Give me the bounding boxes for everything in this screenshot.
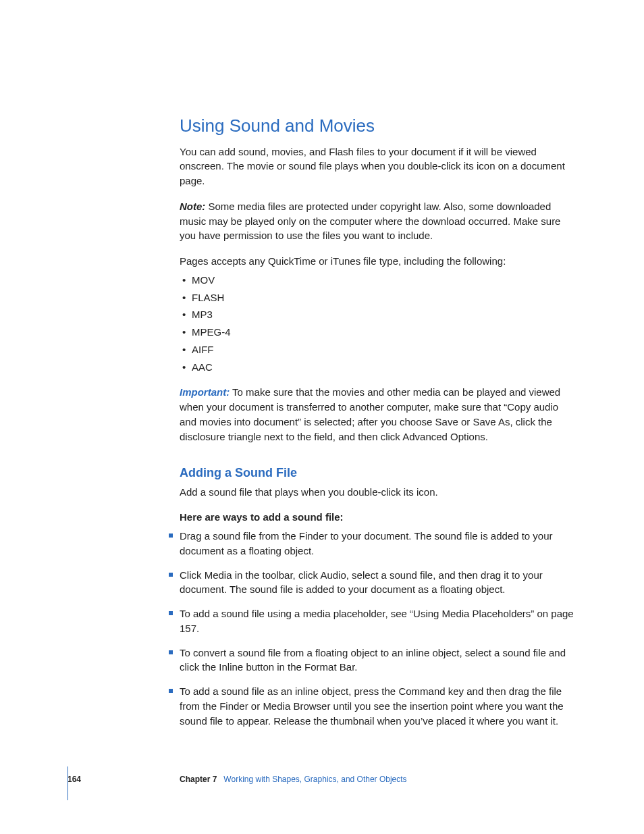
intro-paragraph: You can add sound, movies, and Flash fil…: [180, 145, 576, 188]
list-item: To add a sound file as an inline object,…: [169, 684, 576, 728]
subsection-heading: Adding a Sound File: [119, 464, 576, 481]
chapter-name: Working with Shapes, Graphics, and Other…: [223, 774, 406, 785]
document-page: Using Sound and Movies You can add sound…: [0, 0, 644, 834]
note-paragraph: Note: Some media files are protected und…: [180, 199, 576, 243]
list-item: MOV: [180, 273, 576, 288]
list-item: FLASH: [180, 290, 576, 305]
note-label: Note:: [180, 201, 205, 212]
important-body: To make sure that the movies and other m…: [180, 386, 560, 442]
section-body: You can add sound, movies, and Flash fil…: [119, 145, 576, 444]
list-item: To convert a sound file from a floating …: [169, 646, 576, 675]
section-heading: Using Sound and Movies: [119, 113, 576, 139]
subsection-intro: Add a sound file that plays when you dou…: [180, 485, 576, 500]
list-item: Drag a sound file from the Finder to you…: [169, 529, 576, 558]
page-number: 164: [68, 774, 180, 785]
file-types-list: MOV FLASH MP3 MPEG-4 AIFF AAC: [180, 273, 576, 375]
footer-rule: [68, 766, 68, 800]
list-item: AAC: [180, 360, 576, 375]
ways-list: Drag a sound file from the Finder to you…: [169, 529, 576, 728]
chapter-label: Chapter 7: [180, 774, 217, 785]
list-item: To add a sound file using a media placeh…: [169, 606, 576, 636]
list-item: MPEG-4: [180, 325, 576, 340]
note-body: Some media files are protected under cop…: [180, 201, 560, 242]
accepts-line: Pages accepts any QuickTime or iTunes fi…: [180, 254, 576, 269]
important-paragraph: Important: To make sure that the movies …: [180, 385, 576, 444]
list-item: MP3: [180, 307, 576, 322]
page-footer: 164 Chapter 7 Working with Shapes, Graph…: [68, 774, 576, 785]
list-item: AIFF: [180, 342, 576, 357]
ways-heading: Here are ways to add a sound file:: [180, 510, 576, 525]
list-item: Click Media in the toolbar, click Audio,…: [169, 568, 576, 598]
subsection-body: Add a sound file that plays when you dou…: [119, 485, 576, 729]
important-label: Important:: [180, 386, 230, 398]
